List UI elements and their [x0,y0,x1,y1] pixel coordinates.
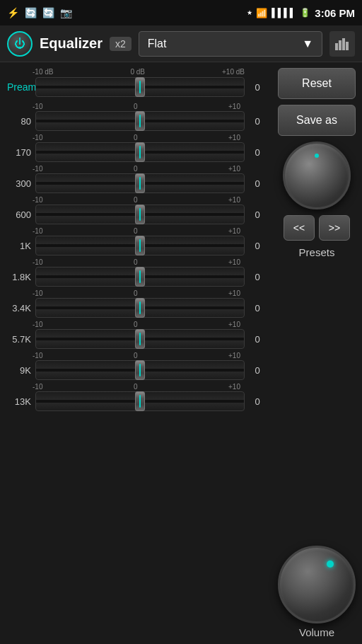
band-slider-13K[interactable] [35,391,245,411]
bands-container: -10 0 +10 80 0 -10 0 +10 170 [7,103,266,411]
band-container-600: -10 0 +10 600 0 [7,196,266,224]
band-freq-label-5.7K: 5.7K [7,334,31,345]
band-max-600: +10 [228,196,240,204]
band-slider-3.4K[interactable] [35,298,245,318]
preamp-value: 0 [249,82,266,93]
band-mid-5.7K: 0 [134,321,138,328]
band-value-80: 0 [249,116,266,127]
save-as-button[interactable]: Save as [278,105,356,136]
band-freq-label-80: 80 [7,116,31,127]
preset-navigation: << >> [284,215,350,241]
power-button[interactable] [7,31,33,57]
band-slider-170[interactable] [35,142,245,162]
reset-button[interactable]: Reset [278,68,356,99]
preamp-mid-label: 0 dB [130,68,145,76]
status-bar: ⚡ 🔄 🔄 📷 ⭑ 📶 ▌▌▌▌ 🔋 3:06 PM [0,0,362,25]
band-value-170: 0 [249,147,266,158]
band-mid-13K: 0 [134,383,138,391]
preamp-max-label: +10 dB [222,68,245,76]
band-slider-300[interactable] [35,173,245,193]
band-max-13K: +10 [228,383,240,391]
band-freq-label-1.8K: 1.8K [7,272,31,282]
band-scale-13K: -10 0 +10 [7,383,266,391]
svg-rect-3 [346,42,349,50]
band-mid-1.8K: 0 [134,258,138,266]
prev-preset-button[interactable]: << [284,215,315,241]
band-row-5.7K: 5.7K 0 [7,329,266,349]
volume-knob[interactable] [278,546,356,623]
band-value-1K: 0 [249,241,266,251]
svg-rect-0 [335,43,338,50]
band-scale-1.8K: -10 0 +10 [7,258,266,266]
bluetooth-icon: ⭑ [247,7,252,18]
band-max-170: +10 [228,134,240,142]
preset-dropdown[interactable]: Flat ▼ [139,31,322,57]
band-slider-5.7K[interactable] [35,329,245,349]
band-value-600: 0 [249,209,266,220]
band-container-300: -10 0 +10 300 0 [7,165,266,193]
band-freq-label-300: 300 [7,178,31,189]
band-slider-1K[interactable] [35,236,245,255]
band-container-5.7K: -10 0 +10 5.7K 0 [7,321,266,349]
status-icons-left: ⚡ 🔄 🔄 📷 [7,7,72,18]
band-slider-80[interactable] [35,111,245,131]
band-max-300: +10 [228,165,240,173]
chart-button[interactable] [329,31,355,57]
band-row-3.4K: 3.4K 0 [7,298,266,318]
band-min-600: -10 [33,196,42,204]
band-row-1.8K: 1.8K 0 [7,267,266,287]
camera-icon: 📷 [60,7,72,18]
preset-value: Flat [148,38,167,50]
band-container-80: -10 0 +10 80 0 [7,103,266,131]
band-min-80: -10 [33,103,42,110]
band-scale-600: -10 0 +10 [7,196,266,204]
preamp-slider[interactable] [35,77,245,97]
preamp-min-label: -10 dB [33,68,53,76]
band-mid-300: 0 [134,165,138,173]
band-mid-9K: 0 [134,352,138,360]
band-max-5.7K: +10 [228,321,240,328]
band-row-13K: 13K 0 [7,391,266,411]
band-value-3.4K: 0 [249,303,266,314]
band-max-1.8K: +10 [228,258,240,266]
band-slider-1.8K[interactable] [35,267,245,287]
band-slider-600[interactable] [35,205,245,224]
presets-knob-container [283,142,351,209]
band-min-300: -10 [33,165,42,173]
band-min-1K: -10 [33,227,42,235]
right-panel: Reset Save as << >> Presets Volume [272,62,362,644]
band-value-1.8K: 0 [249,272,266,282]
band-container-170: -10 0 +10 170 0 [7,134,266,162]
band-min-13K: -10 [33,383,42,391]
band-container-9K: -10 0 +10 9K 0 [7,352,266,380]
band-row-1K: 1K 0 [7,236,266,255]
band-max-1K: +10 [228,227,240,235]
bar-chart-icon [334,36,350,52]
app-title: Equalizer [40,35,103,52]
band-scale-5.7K: -10 0 +10 [7,321,266,328]
preamp-row: Preamp 0 [7,77,266,97]
band-scale-170: -10 0 +10 [7,134,266,142]
band-row-170: 170 0 [7,142,266,162]
band-value-9K: 0 [249,365,266,376]
band-freq-label-9K: 9K [7,365,31,376]
band-row-80: 80 0 [7,111,266,131]
svg-rect-2 [342,38,345,50]
svg-rect-1 [339,40,341,50]
main-content: -10 dB 0 dB +10 dB Preamp 0 -10 0 +10 [0,62,362,644]
band-container-3.4K: -10 0 +10 3.4K 0 [7,289,266,318]
band-row-600: 600 0 [7,205,266,224]
band-min-5.7K: -10 [33,321,42,328]
band-scale-300: -10 0 +10 [7,165,266,173]
band-value-300: 0 [249,178,266,189]
band-mid-170: 0 [134,134,138,142]
band-freq-label-13K: 13K [7,396,31,407]
band-container-13K: -10 0 +10 13K 0 [7,383,266,411]
next-preset-button[interactable]: >> [319,215,350,241]
band-slider-9K[interactable] [35,360,245,380]
presets-knob[interactable] [283,142,351,209]
band-min-9K: -10 [33,352,42,360]
band-max-80: +10 [228,103,240,110]
presets-label: Presets [299,246,335,258]
band-container-1.8K: -10 0 +10 1.8K 0 [7,258,266,287]
